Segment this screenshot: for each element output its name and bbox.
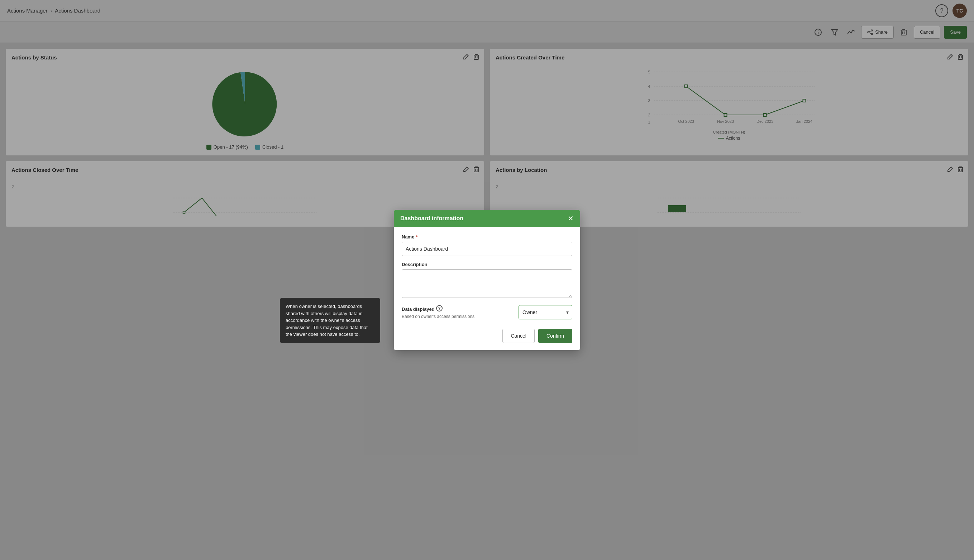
modal-confirm-button[interactable]: Confirm xyxy=(538,329,572,343)
required-asterisk-name: * xyxy=(416,234,418,240)
form-group-name: Name * xyxy=(402,234,572,256)
name-input[interactable] xyxy=(402,242,572,256)
modal-overlay[interactable]: Dashboard information ✕ Name * Descripti… xyxy=(0,0,974,560)
form-label-name: Name * xyxy=(402,234,572,240)
data-displayed-left: Data displayed ? Based on owner's access… xyxy=(402,305,474,319)
modal-body: Name * Description Data displayed ? Base… xyxy=(394,227,580,329)
data-displayed-row: Data displayed ? Based on owner's access… xyxy=(402,305,572,319)
modal-close-button[interactable]: ✕ xyxy=(568,215,574,222)
modal-header: Dashboard information ✕ xyxy=(394,210,580,227)
modal-footer: Cancel Confirm xyxy=(394,329,580,350)
description-textarea[interactable] xyxy=(402,269,572,298)
data-displayed-sub: Based on owner's access permissions xyxy=(402,314,474,319)
select-wrapper: Owner Viewer xyxy=(518,305,572,319)
modal-cancel-button[interactable]: Cancel xyxy=(503,329,535,343)
form-group-description: Description xyxy=(402,262,572,299)
modal-title: Dashboard information xyxy=(400,215,463,222)
modal-dashboard-info: Dashboard information ✕ Name * Descripti… xyxy=(394,210,580,350)
svg-text:?: ? xyxy=(438,306,440,310)
form-label-description: Description xyxy=(402,262,572,267)
data-displayed-label: Data displayed ? xyxy=(402,305,474,313)
data-displayed-help-icon[interactable]: ? xyxy=(436,305,443,313)
data-displayed-select[interactable]: Owner Viewer xyxy=(518,305,572,319)
tooltip-owner: When owner is selected, dashboards share… xyxy=(280,298,380,343)
